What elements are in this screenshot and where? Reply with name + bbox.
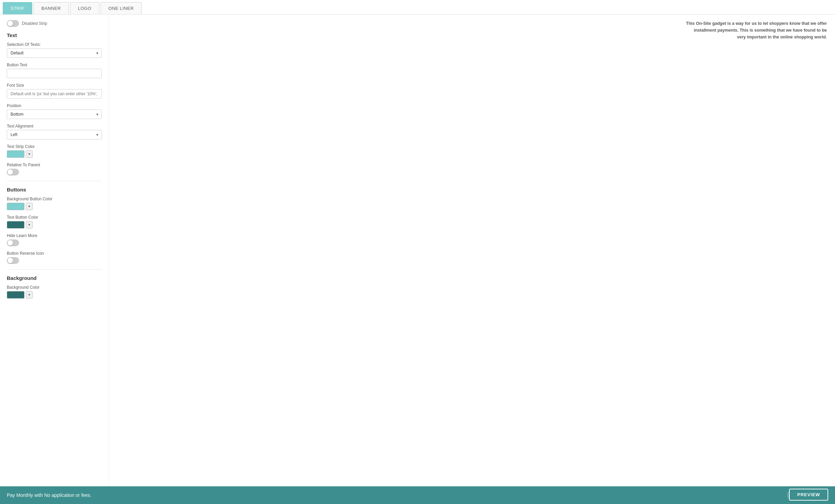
strip-toggle-knob (7, 21, 13, 26)
text-section-title: Text (7, 32, 102, 38)
bg-color-row: ▼ (7, 291, 102, 299)
position-wrapper: Top Bottom ▼ (7, 110, 102, 119)
tabs-bar: STRIP BANNER LOGO ONE LINER (0, 0, 835, 15)
relative-to-parent-knob (7, 169, 13, 175)
font-size-group: Font Size (7, 83, 102, 99)
text-button-color-group: Text Button Color ▼ (7, 215, 102, 229)
bg-color-swatch[interactable] (7, 291, 24, 299)
position-group: Position Top Bottom ▼ (7, 103, 102, 119)
button-text-label: Button Text (7, 63, 102, 67)
text-button-color-row: ▼ (7, 221, 102, 229)
hide-learn-more-label: Hide Learn More (7, 233, 102, 238)
tab-banner[interactable]: BANNER (34, 2, 69, 14)
bg-button-color-group: Background Button Color ▼ (7, 197, 102, 210)
hide-learn-more-track (7, 239, 19, 246)
selection-of-texts-label: Selection Of Texts: (7, 42, 102, 47)
buttons-section-title: Buttons (7, 187, 102, 192)
button-reverse-icon-toggle[interactable] (7, 257, 19, 264)
relative-to-parent-label: Relative To Parent (7, 163, 102, 167)
bg-button-color-dropdown[interactable]: ▼ (26, 203, 33, 210)
text-button-color-label: Text Button Color (7, 215, 102, 220)
button-reverse-icon-group: Button Reverse Icon (7, 251, 102, 264)
info-text: This On-Site gadget is a way for us to l… (684, 20, 827, 499)
tab-logo[interactable]: LOGO (70, 2, 99, 14)
bg-button-color-swatch[interactable] (7, 203, 24, 210)
button-text-input[interactable] (7, 69, 102, 78)
bg-button-color-row: ▼ (7, 203, 102, 210)
selection-of-texts-group: Selection Of Texts: Default Custom ▼ (7, 42, 102, 58)
strip-toggle[interactable] (7, 20, 19, 27)
text-strip-color-dropdown[interactable]: ▼ (26, 150, 33, 158)
text-alignment-group: Text Alignment Left Center Right ▼ (7, 124, 102, 139)
relative-to-parent-track (7, 169, 19, 175)
text-strip-color-label: Text Strip Color (7, 144, 102, 149)
preview-bar-text: Pay Monthly with No application or fees. (7, 492, 782, 498)
button-reverse-icon-knob (7, 258, 13, 263)
strip-toggle-label: Disabled Strip (22, 21, 47, 26)
relative-to-parent-toggle[interactable] (7, 169, 19, 175)
position-label: Position (7, 103, 102, 108)
hide-learn-more-toggle[interactable] (7, 239, 19, 246)
tab-strip[interactable]: STRIP (3, 2, 32, 14)
preview-bar: Pay Monthly with No application or fees.… (0, 486, 835, 504)
selection-of-texts-wrapper: Default Custom ▼ (7, 48, 102, 58)
font-size-label: Font Size (7, 83, 102, 88)
strip-toggle-track (7, 20, 19, 27)
hide-learn-more-knob (7, 240, 13, 246)
text-button-color-dropdown[interactable]: ▼ (26, 221, 33, 229)
text-strip-color-row: ▼ (7, 150, 102, 158)
main-area: Disabled Strip Text Selection Of Texts: … (0, 15, 835, 504)
hide-learn-more-toggle-row (7, 239, 102, 246)
text-strip-color-swatch[interactable] (7, 150, 24, 158)
button-reverse-icon-toggle-row (7, 257, 102, 264)
bg-color-label: Background Color (7, 285, 102, 290)
background-section-title: Background (7, 275, 102, 281)
button-reverse-icon-track (7, 257, 19, 264)
text-alignment-wrapper: Left Center Right ▼ (7, 130, 102, 139)
divider-2 (7, 269, 102, 270)
position-select[interactable]: Top Bottom (7, 110, 102, 119)
text-strip-color-group: Text Strip Color ▼ (7, 144, 102, 158)
text-alignment-label: Text Alignment (7, 124, 102, 129)
button-text-group: Button Text (7, 63, 102, 78)
left-panel: Disabled Strip Text Selection Of Texts: … (0, 15, 109, 504)
text-button-color-swatch[interactable] (7, 221, 24, 229)
tab-one-liner[interactable]: ONE LINER (101, 2, 142, 14)
hide-learn-more-group: Hide Learn More (7, 233, 102, 246)
relative-to-parent-group: Relative To Parent (7, 163, 102, 175)
divider-1 (7, 181, 102, 181)
bg-color-dropdown[interactable]: ▼ (26, 291, 33, 299)
text-alignment-select[interactable]: Left Center Right (7, 130, 102, 139)
bg-button-color-label: Background Button Color (7, 197, 102, 201)
bg-color-group: Background Color ▼ (7, 285, 102, 299)
strip-toggle-row: Disabled Strip (7, 20, 102, 27)
button-reverse-icon-label: Button Reverse Icon (7, 251, 102, 256)
preview-button[interactable]: PREVIEW (789, 489, 828, 501)
selection-of-texts-select[interactable]: Default Custom (7, 48, 102, 58)
right-panel: This On-Site gadget is a way for us to l… (109, 15, 835, 504)
relative-to-parent-toggle-row (7, 169, 102, 175)
font-size-input[interactable] (7, 89, 102, 99)
